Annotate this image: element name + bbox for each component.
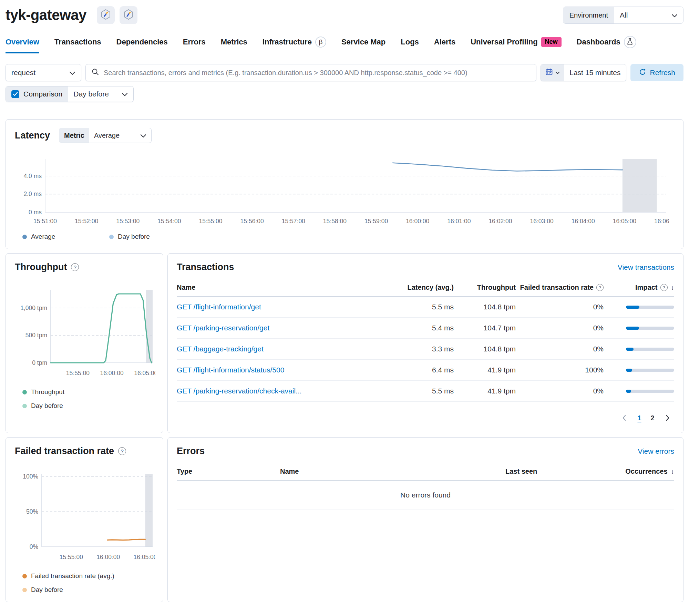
search-icon	[91, 68, 100, 78]
time-range-value[interactable]: Last 15 minutes	[564, 69, 626, 77]
comparison-control: Comparison Day before	[6, 86, 134, 102]
table-row: GET /parking-reservation/get5.4 ms104.7 …	[177, 318, 674, 339]
tab-label: Metrics	[221, 38, 247, 47]
latency-panel: Latency Metric Average 0 ms2.0 ms4.0 ms1…	[6, 119, 683, 249]
legend-dot	[22, 574, 27, 578]
column-header-impact[interactable]: Impact ? ↓	[604, 284, 674, 291]
pagination-prev-button[interactable]	[618, 411, 631, 424]
view-errors-link[interactable]: View errors	[638, 447, 674, 455]
legend-item[interactable]: Average	[22, 233, 109, 240]
column-header-name[interactable]: Name	[177, 284, 395, 291]
transaction-type-select[interactable]: request	[6, 64, 81, 81]
transaction-link[interactable]: GET /parking-reservation/get	[177, 324, 395, 332]
comparison-label: Comparison	[23, 90, 62, 98]
legend-dot	[22, 588, 27, 592]
throughput-cell: 41.9 tpm	[454, 387, 516, 395]
latency-cell: 5.4 ms	[395, 324, 454, 332]
pagination-pages: 12	[633, 411, 659, 424]
column-header-type[interactable]: Type	[177, 468, 280, 475]
transaction-link[interactable]: GET /flight-information/status/500	[177, 366, 395, 374]
impact-bar	[626, 306, 674, 309]
tab-alerts[interactable]: Alerts	[434, 38, 455, 53]
legend-item[interactable]: Day before	[109, 233, 196, 240]
latency-metric-select[interactable]: Metric Average	[59, 128, 152, 143]
help-icon[interactable]: ?	[71, 263, 79, 271]
tyk-agent-icon-button[interactable]	[97, 6, 115, 24]
chevron-down-icon	[555, 70, 560, 76]
pagination-next-button[interactable]	[661, 411, 674, 424]
legend-item[interactable]: Day before	[22, 402, 154, 410]
tab-errors[interactable]: Errors	[183, 38, 206, 53]
tab-universal-profiling[interactable]: Universal ProfilingNew	[471, 37, 561, 54]
impact-bar	[626, 348, 674, 351]
environment-label: Environment	[563, 7, 614, 23]
impact-bar-fill	[626, 327, 639, 330]
transaction-link[interactable]: GET /parking-reservation/check-avail...	[177, 387, 395, 395]
table-row: GET /flight-information/status/5006.4 ms…	[177, 360, 674, 381]
impact-bar-fill	[626, 306, 639, 309]
throughput-chart[interactable]: 0 tpm500 tpm1,000 tpm15:55:0016:00:0016:…	[15, 286, 155, 379]
legend-label: Day before	[31, 586, 63, 594]
svg-text:15:56:00: 15:56:00	[240, 218, 264, 225]
view-transactions-link[interactable]: View transactions	[618, 263, 674, 271]
failed-rate-chart[interactable]: 0%50%100%15:55:0016:00:0016:05:00	[15, 470, 155, 563]
table-row: GET /parking-reservation/check-avail...5…	[177, 381, 674, 402]
transaction-link[interactable]: GET /baggage-tracking/get	[177, 345, 395, 353]
comparison-checkbox[interactable]	[11, 90, 19, 98]
impact-bar-fill	[626, 390, 631, 393]
tab-infrastructure[interactable]: Infrastructureβ	[263, 37, 326, 54]
latency-chart[interactable]: 0 ms2.0 ms4.0 ms15:51:0015:52:0015:53:00…	[15, 157, 669, 227]
legend-item[interactable]: Failed transaction rate (avg.)	[22, 572, 154, 580]
pagination-page-1[interactable]: 1	[633, 411, 646, 424]
throughput-cell: 104.7 tpm	[454, 324, 516, 332]
tab-label: Dashboards	[577, 38, 620, 47]
date-picker-calendar-button[interactable]	[541, 64, 564, 81]
failed-rate-title: Failed transaction rate	[15, 446, 114, 456]
tab-dashboards[interactable]: Dashboards	[577, 36, 636, 55]
failed-rate-cell: 0%	[516, 345, 604, 353]
svg-text:15:58:00: 15:58:00	[323, 218, 347, 225]
environment-select[interactable]: Environment All	[563, 7, 683, 24]
tyk-agent-icon-button[interactable]	[120, 6, 137, 24]
search-input-wrapper	[85, 64, 536, 81]
svg-text:16:05:00: 16:05:00	[613, 218, 636, 225]
chevron-down-icon	[140, 132, 146, 140]
tab-transactions[interactable]: Transactions	[54, 38, 101, 53]
column-header-last-seen[interactable]: Last seen	[505, 468, 602, 475]
legend-dot	[109, 235, 114, 239]
svg-text:16:00:00: 16:00:00	[100, 370, 124, 377]
column-header-throughput[interactable]: Throughput	[454, 284, 516, 291]
pagination-page-2[interactable]: 2	[646, 411, 659, 424]
tab-metrics[interactable]: Metrics	[221, 38, 247, 53]
transactions-rows: GET /flight-information/get5.5 ms104.8 t…	[177, 297, 674, 402]
impact-cell	[604, 306, 674, 309]
throughput-cell: 41.9 tpm	[454, 366, 516, 374]
latency-title: Latency	[15, 130, 50, 141]
search-input[interactable]	[104, 69, 531, 77]
column-header-occurrences[interactable]: Occurrences ↓	[602, 468, 674, 475]
environment-value: All	[620, 11, 628, 19]
table-row: GET /baggage-tracking/get3.3 ms104.8 tpm…	[177, 339, 674, 360]
service-nav-tabs: OverviewTransactionsDependenciesErrorsMe…	[6, 36, 683, 55]
sort-desc-icon: ↓	[671, 468, 675, 475]
tab-overview[interactable]: Overview	[6, 38, 39, 53]
tab-dependencies[interactable]: Dependencies	[116, 38, 168, 53]
column-header-failed-rate[interactable]: Failed transaction rate ?	[516, 284, 604, 291]
svg-text:15:55:00: 15:55:00	[66, 370, 90, 377]
column-header-latency[interactable]: Latency (avg.)	[395, 284, 454, 291]
comparison-select[interactable]: Day before	[68, 86, 133, 102]
svg-text:15:54:00: 15:54:00	[157, 218, 181, 225]
errors-empty-message: No errors found	[177, 481, 674, 510]
impact-bar	[626, 327, 674, 330]
legend-item[interactable]: Day before	[22, 586, 154, 594]
tab-service-map[interactable]: Service Map	[341, 38, 385, 53]
column-header-error-name[interactable]: Name	[280, 468, 505, 475]
help-icon[interactable]: ?	[118, 447, 126, 455]
svg-text:15:59:00: 15:59:00	[364, 218, 388, 225]
refresh-button[interactable]: Refresh	[630, 64, 683, 81]
tab-logs[interactable]: Logs	[401, 38, 419, 53]
transaction-link[interactable]: GET /flight-information/get	[177, 303, 395, 311]
legend-label: Throughput	[31, 388, 64, 396]
svg-text:2.0 ms: 2.0 ms	[23, 191, 42, 197]
legend-item[interactable]: Throughput	[22, 388, 154, 396]
